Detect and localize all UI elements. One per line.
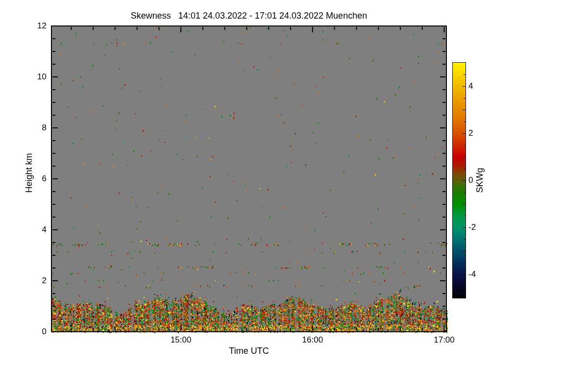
y-axis-title: Height km bbox=[24, 124, 34, 222]
y-tick-label: 6 bbox=[17, 173, 47, 184]
skewness-chart-figure: Skewness 14:01 24.03.2022 - 17:01 24.03.… bbox=[0, 0, 588, 392]
colorbar-tick-label: -4 bbox=[468, 269, 493, 280]
y-tick-label: 12 bbox=[17, 21, 47, 31]
y-tick-label: 0 bbox=[17, 326, 47, 337]
y-tick-label: 8 bbox=[17, 122, 47, 133]
y-tick-label: 2 bbox=[17, 275, 47, 286]
x-tick-label: 16:00 bbox=[293, 335, 332, 345]
colorbar-tick-label: 2 bbox=[468, 128, 493, 139]
colorbar-tick-label: 4 bbox=[468, 81, 493, 92]
skewness-heatmap-canvas bbox=[0, 0, 588, 392]
y-tick-label: 10 bbox=[17, 72, 47, 82]
colorbar-tick-label: 0 bbox=[468, 175, 493, 186]
x-tick-label: 17:00 bbox=[425, 335, 464, 345]
y-tick-label: 4 bbox=[17, 224, 47, 235]
x-tick-label: 15:00 bbox=[161, 335, 200, 345]
chart-title: Skewness 14:01 24.03.2022 - 17:01 24.03.… bbox=[51, 11, 446, 21]
x-axis-title: Time UTC bbox=[51, 346, 446, 356]
colorbar-tick-label: -2 bbox=[468, 222, 493, 233]
